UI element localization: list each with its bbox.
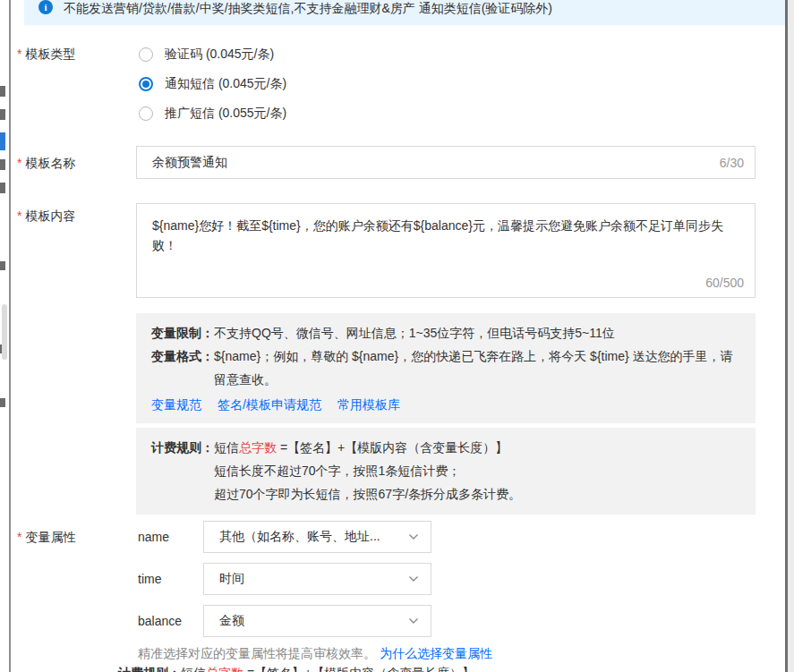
template-name-input[interactable]: 余额预警通知 6/30 (136, 146, 756, 179)
required-asterisk: * (17, 156, 21, 170)
radio-option-notification[interactable]: 通知短信 (0.045元/条) (139, 76, 286, 92)
variable-limit-row: 变量限制： 不支持QQ号、微信号、网址信息；1~35位字符，但电话号码支持5~1… (151, 321, 741, 345)
var-name-label: name (138, 530, 193, 544)
field-label-template-name: *模板名称 (17, 156, 75, 171)
name-attr-select[interactable]: 其他（如名称、账号、地址... (203, 521, 431, 553)
why-choose-attr-link[interactable]: 为什么选择变量属性 (380, 646, 492, 660)
template-content-textarea[interactable]: ${name}您好！截至${time}，您的账户余额还有${balance}元，… (136, 203, 756, 298)
info-icon (38, 0, 53, 14)
underlay-fragment (0, 132, 5, 150)
tip-links-row: 变量规范 签名/模板申请规范 常用模板库 (151, 395, 741, 414)
var-name-label: balance (138, 614, 193, 628)
var-name-label: time (138, 572, 193, 586)
var-attr-row-balance: balance 金额 (138, 605, 431, 637)
field-label-template-content: *模板内容 (17, 208, 75, 224)
red-highlight-text: 总字数 (206, 666, 243, 672)
underlay-fragment (0, 398, 5, 407)
red-highlight-text: 总字数 (239, 440, 277, 455)
radio-checked-icon (139, 77, 153, 91)
notice-banner: 不能发送营销/贷款/借款/中奖/抽奖类短信,不支持金融理财&房产 通知类短信(验… (24, 0, 787, 25)
radio-unchecked-icon (139, 47, 153, 62)
variable-format-row: 变量格式： ${name}；例如，尊敬的 ${name}，您的快递已飞奔在路上，… (151, 345, 741, 391)
chevron-down-icon (407, 531, 420, 543)
var-attr-row-time: time 时间 (138, 563, 431, 595)
variable-spec-link[interactable]: 变量规范 (151, 395, 201, 414)
var-attr-row-name: name 其他（如名称、账号、地址... (138, 521, 431, 553)
balance-attr-select[interactable]: 金额 (203, 605, 431, 637)
underlay-fragment (0, 86, 5, 97)
notice-text: 不能发送营销/贷款/借款/中奖/抽奖类短信,不支持金融理财&房产 通知类短信(验… (64, 0, 552, 17)
radio-unchecked-icon (139, 106, 153, 121)
underlay-fragment (0, 159, 5, 170)
signature-template-spec-link[interactable]: 签名/模板申请规范 (218, 395, 321, 414)
attr-hint: 精准选择对应的变量属性将提高审核效率。为什么选择变量属性 (138, 646, 492, 662)
template-name-value: 余额预警通知 (152, 155, 227, 171)
sms-template-form-panel: 不能发送营销/贷款/借款/中奖/抽奖类短信,不支持金融理财&房产 通知类短信(验… (9, 0, 785, 672)
billing-rule-line3: 超过70个字即为长短信，按照67字/条拆分成多条计费。 (214, 482, 741, 506)
chevron-down-icon (407, 573, 420, 585)
chevron-down-icon (407, 615, 420, 627)
required-asterisk: * (17, 47, 21, 61)
underlay-fragment (0, 109, 5, 120)
scrollbar-track (788, 0, 794, 672)
billing-rule-line1: 计费规则： 短信总字数 =【签名】+【模版内容（含变量长度）】 (151, 436, 741, 459)
billing-rules-box: 计费规则： 短信总字数 =【签名】+【模版内容（含变量长度）】 短信长度不超过7… (136, 428, 756, 515)
template-content-value: ${name}您好！截至${time}，您的账户余额还有${balance}元，… (137, 204, 755, 255)
required-asterisk: * (17, 208, 21, 223)
common-template-library-link[interactable]: 常用模板库 (337, 395, 400, 414)
underlay-fragment (0, 183, 5, 193)
variable-tips-box: 变量限制： 不支持QQ号、微信号、网址信息；1~35位字符，但电话号码支持5~1… (136, 313, 756, 423)
required-asterisk: * (17, 530, 21, 544)
template-content-counter: 60/500 (705, 276, 744, 290)
underlay-scrollbar[interactable] (2, 304, 7, 360)
field-label-variable-attrs: *变量属性 (17, 530, 75, 545)
radio-option-marketing[interactable]: 推广短信 (0.055元/条) (139, 106, 286, 122)
underlay-fragment (0, 261, 5, 270)
radio-option-captcha[interactable]: 验证码 (0.045元/条) (139, 47, 274, 63)
time-attr-select[interactable]: 时间 (203, 563, 431, 595)
template-name-counter: 6/30 (720, 156, 744, 170)
field-label-template-type: *模板类型 (17, 47, 75, 62)
billing-rule-line2: 短信长度不超过70个字，按照1条短信计费； (214, 459, 741, 482)
clipped-billing-line: 计费规则：短信总字数 =【签名】+【模版内容（含变量长度）】 (118, 666, 474, 672)
